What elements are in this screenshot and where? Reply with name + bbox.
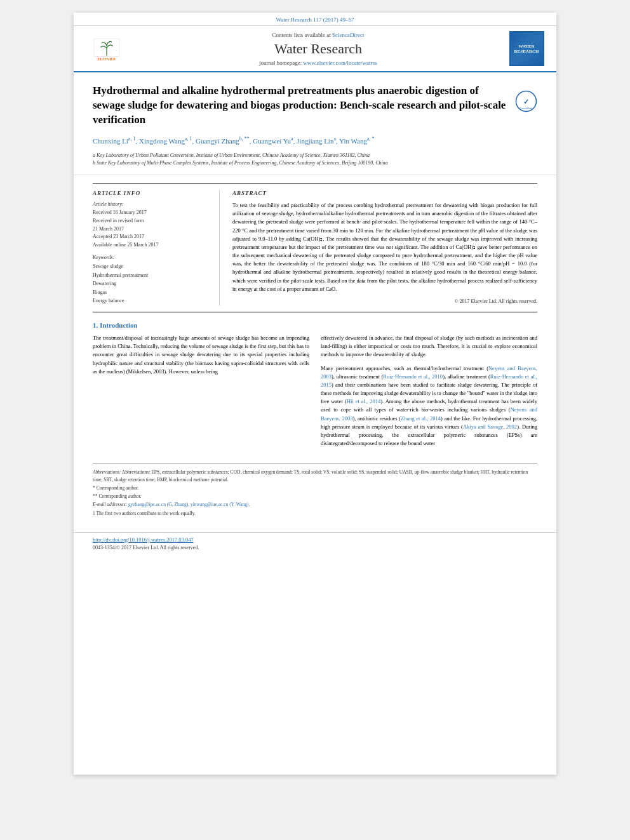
email2[interactable]: yinwang@iue.ac.cn (Y. Wang). — [191, 502, 250, 507]
equal-contribution-footnote: 1 The first two authors contribute to th… — [93, 510, 537, 517]
author-guangyi: Guangyi Zhang — [196, 137, 239, 144]
intro-para1: The treatment/disposal of increasingly h… — [93, 334, 309, 376]
section-label: 1. Introduction — [93, 321, 537, 329]
revised-date: 21 March 2017 — [93, 225, 211, 234]
intro-right-col: effectively dewatered in advance, the fi… — [321, 334, 537, 453]
history-label: Article history: — [93, 201, 211, 207]
article-title: Hydrothermal and alkaline hydrothermal p… — [93, 84, 509, 128]
accepted-date: Accepted 23 March 2017 — [93, 233, 211, 241]
abstract-column: ABSTRACT To test the feasibility and pra… — [232, 190, 537, 305]
article-info-header: ARTICLE INFO — [93, 190, 211, 196]
email-label: E-mail addresses: — [93, 502, 127, 507]
title-content: Hydrothermal and alkaline hydrothermal p… — [93, 84, 509, 167]
article-title-section: Hydrothermal and alkaline hydrothermal p… — [74, 72, 556, 175]
elsevier-logo-container: ELSEVIER — [81, 31, 132, 66]
journal-homepage: journal homepage: www.elsevier.com/locat… — [138, 60, 498, 66]
page: Water Research 117 (2017) 49–57 ELSEVIER… — [74, 13, 556, 775]
svg-text:ELSEVIER: ELSEVIER — [98, 57, 116, 61]
article-body: ARTICLE INFO Article history: Received 1… — [74, 175, 556, 526]
homepage-url[interactable]: www.elsevier.com/locate/watres — [304, 60, 377, 66]
keyword-5: Energy balance — [93, 297, 211, 305]
svg-text:✓: ✓ — [523, 98, 529, 105]
introduction-section: 1. Introduction The treatment/disposal o… — [93, 321, 537, 453]
single-star-footnote: * Corresponding author. — [93, 484, 537, 491]
wr-badge: WATER RESEARCH — [509, 31, 544, 66]
email1[interactable]: gyzhang@ipe.ac.cn (G. Zhang), — [128, 502, 189, 507]
author-chunxing: Chunxing Li — [93, 137, 128, 144]
journal-reference-bar: Water Research 117 (2017) 49–57 — [74, 13, 556, 26]
journal-ref-text: Water Research 117 (2017) 49–57 — [276, 17, 354, 23]
ref-akiya2002[interactable]: Akiya and Savage, 2002 — [463, 423, 517, 430]
keywords-section: Keywords: Sewage sludge Hydrothermal pre… — [93, 255, 211, 305]
ref-ruiz2010[interactable]: Ruiz-Hernando et al., 2010 — [383, 373, 443, 380]
journal-title: Water Research — [138, 41, 498, 57]
ref-hii2014[interactable]: Hii et al., 2014 — [347, 398, 380, 404]
wr-badge-container: WATER RESEARCH — [504, 31, 549, 66]
email-footnote: E-mail addresses: gyzhang@ipe.ac.cn (G. … — [93, 501, 537, 508]
abstract-text: To test the feasibility and practicabili… — [232, 201, 537, 293]
affiliation-b: b State Key Laboratory of Multi-Phase Co… — [93, 159, 509, 167]
keyword-2: Hydrothermal pretreatment — [93, 271, 211, 280]
journal-header: ELSEVIER Contents lists available at Sci… — [74, 26, 556, 72]
author-jingjiang: Jingjiang Lin — [297, 137, 333, 144]
intro-para3: Many pretreatment approaches, such as th… — [321, 364, 537, 448]
svg-text:CrossMark: CrossMark — [520, 107, 533, 110]
contents-line: Contents lists available at ScienceDirec… — [138, 32, 498, 38]
available-online: Available online 25 March 2017 — [93, 241, 211, 250]
authors-line: Chunxing Lia, 1, Xingdong Wanga, 1, Guan… — [93, 135, 509, 147]
abbreviations-label: Abbreviations: — [93, 469, 121, 475]
received-revised-label: Received in revised form — [93, 217, 211, 225]
bottom-links: http://dx.doi.org/10.1016/j.watres.2017.… — [74, 532, 556, 554]
intro-para2: effectively dewatered in advance, the fi… — [321, 334, 537, 359]
footnotes-section: Abbreviations: Abbreviations: EPS, extra… — [93, 463, 537, 517]
received-date: Received 16 January 2017 — [93, 209, 211, 217]
abstract-header: ABSTRACT — [232, 190, 537, 196]
intro-left-col: The treatment/disposal of increasingly h… — [93, 334, 309, 453]
issn-line: 0043-1354/© 2017 Elsevier Ltd. All right… — [93, 545, 537, 550]
intro-two-col: The treatment/disposal of increasingly h… — [93, 334, 537, 453]
doi-link[interactable]: http://dx.doi.org/10.1016/j.watres.2017.… — [93, 537, 537, 543]
affiliations: a Key Laboratory of Urban Pollutant Conv… — [93, 152, 509, 167]
author-guangwei: Guangwei Yu — [253, 137, 291, 144]
keywords-label: Keywords: — [93, 255, 211, 260]
copyright-line: © 2017 Elsevier Ltd. All rights reserved… — [232, 298, 537, 304]
author-yin: Yin Wang — [339, 137, 367, 144]
crossmark-container: ✓ CrossMark — [515, 87, 537, 115]
crossmark-icon: ✓ CrossMark — [515, 90, 537, 112]
keyword-1: Sewage sludge — [93, 262, 211, 271]
sciencedirect-link[interactable]: ScienceDirect — [332, 32, 364, 38]
keyword-3: Dewatering — [93, 279, 211, 288]
info-abstract-row: ARTICLE INFO Article history: Received 1… — [93, 183, 537, 312]
author-xingdong: Xingdong Wang — [139, 137, 185, 144]
article-info-column: ARTICLE INFO Article history: Received 1… — [93, 190, 220, 305]
header-center: Contents lists available at ScienceDirec… — [138, 31, 498, 66]
article-history: Article history: Received 16 January 201… — [93, 201, 211, 250]
elsevier-logo-icon: ELSEVIER — [88, 36, 126, 62]
ref-zhang2014[interactable]: Zhang et al., 2014 — [401, 415, 441, 422]
affiliation-a: a Key Laboratory of Urban Pollutant Conv… — [93, 152, 509, 159]
abbreviations-footnote: Abbreviations: Abbreviations: EPS, extra… — [93, 469, 537, 483]
keyword-4: Biogas — [93, 288, 211, 297]
double-star-footnote: ** Corresponding author. — [93, 493, 537, 500]
